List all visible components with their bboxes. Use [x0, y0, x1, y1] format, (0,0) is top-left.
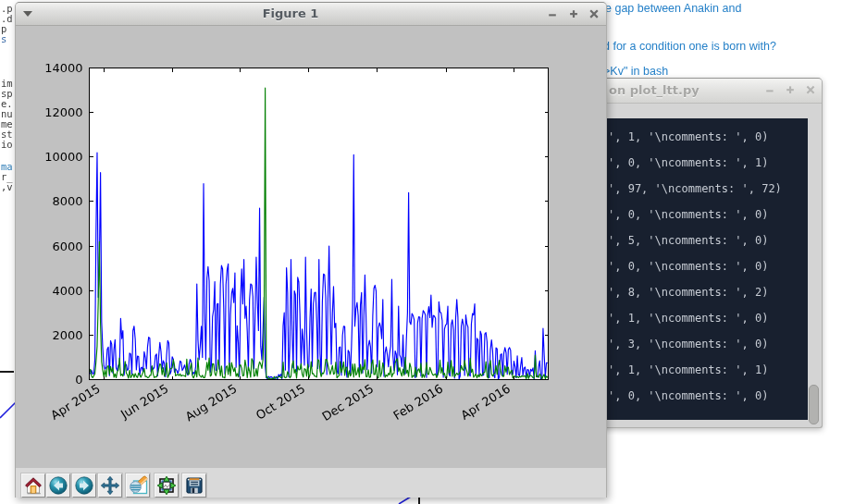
x-tick-label: Feb 2016 [390, 381, 445, 423]
maximize-icon [566, 3, 581, 21]
forward-icon [74, 475, 94, 496]
y-tick-label: 14000 [44, 61, 82, 75]
terminal-output-line: ', 1, '\ncomments: ', 0) [608, 130, 768, 143]
terminal-output-line: ', 0, '\ncomments: ', 0) [608, 208, 768, 221]
figure-toolbar [16, 468, 606, 498]
browser-link[interactable]: >Kv" in bash [603, 65, 668, 78]
x-tick-label: Oct 2015 [254, 381, 308, 422]
figure-titlebar[interactable]: Figure 1 [16, 3, 606, 26]
home-button[interactable] [21, 473, 45, 498]
configure-subplots-button[interactable] [155, 473, 179, 498]
back-button[interactable] [46, 473, 70, 498]
close-icon [587, 3, 601, 21]
terminal-output-line: ', 8, '\ncomments: ', 2) [608, 286, 768, 299]
terminal-output-line: ', 1, '\ncomments: ', 0) [608, 312, 768, 325]
code-line-fragment: s [1, 33, 6, 44]
y-tick-label: 4000 [52, 284, 82, 298]
x-tick-label: Apr 2015 [48, 381, 103, 422]
x-tick-label: Jun 2015 [118, 381, 171, 422]
x-tick-label: Aug 2015 [183, 381, 240, 424]
y-tick-label: 0 [75, 373, 82, 387]
terminal-output-line: ', 5, '\ncomments: ', 0) [608, 234, 768, 247]
y-tick-label: 10000 [44, 150, 82, 164]
code-line-fragment: ,v [1, 181, 13, 192]
pan-button[interactable] [98, 473, 122, 498]
y-tick-label: 2000 [52, 328, 82, 342]
browser-link[interactable]: e gap between Anakin and [605, 2, 741, 15]
terminal-scrollbar-thumb[interactable] [809, 385, 819, 424]
terminal-minimize-button[interactable] [763, 79, 776, 97]
terminal-scrollbar[interactable] [808, 118, 821, 420]
save-icon [184, 475, 204, 496]
x-tick-label: Apr 2016 [458, 381, 513, 422]
minimize-icon [545, 3, 560, 21]
figure-maximize-button[interactable] [566, 3, 581, 21]
zoom-to-rect-icon [128, 475, 148, 496]
x-tick-label: Dec 2015 [319, 381, 376, 424]
background-plot-axis-fragment [0, 371, 14, 373]
y-tick-label: 12000 [44, 105, 82, 119]
home-icon [23, 475, 43, 496]
terminal-output-line: ', 0, '\ncomments: ', 0) [608, 389, 768, 402]
figure-window: Figure 1 Apr 2015Jun 2015Aug 2015Oct 201… [15, 2, 607, 498]
terminal-maximize-button[interactable] [784, 79, 797, 97]
terminal-close-button[interactable] [804, 79, 817, 97]
plot-canvas[interactable]: Apr 2015Jun 2015Aug 2015Oct 2015Dec 2015… [16, 26, 606, 468]
code-line-fragment: io [1, 139, 13, 150]
forward-button[interactable] [72, 473, 96, 498]
background-plot-tick-fragment [418, 498, 420, 504]
minimize-icon [763, 79, 776, 97]
terminal-output-line: ', 3, '\ncomments: ', 0) [608, 338, 768, 350]
browser-link[interactable]: d for a condition one is born with? [603, 40, 776, 53]
y-tick-label: 8000 [52, 194, 82, 208]
figure-close-button[interactable] [587, 3, 601, 21]
figure-title: Figure 1 [16, 6, 565, 20]
zoom-to-rect-button[interactable] [126, 473, 150, 498]
back-icon [48, 475, 68, 496]
pan-icon [100, 475, 120, 496]
maximize-icon [784, 79, 797, 97]
figure-minimize-button[interactable] [545, 3, 560, 21]
terminal-output-line: ', 0, '\ncomments: ', 1) [608, 156, 768, 169]
y-tick-label: 6000 [52, 240, 82, 253]
save-button[interactable] [182, 473, 206, 498]
terminal-title: on plot_ltt.py [609, 83, 700, 97]
background-code-editor-strip: .p.dpsimspe.numestiomar_,v [0, 0, 15, 203]
terminal-output-line: ', 97, '\ncomments: ', 72) [608, 182, 782, 195]
close-icon [804, 79, 817, 97]
terminal-output-line: ', 1, '\ncomments: ', 1) [608, 363, 768, 376]
terminal-output-line: ', 0, '\ncomments: ', 0) [608, 260, 768, 273]
configure-subplots-icon [156, 475, 177, 496]
